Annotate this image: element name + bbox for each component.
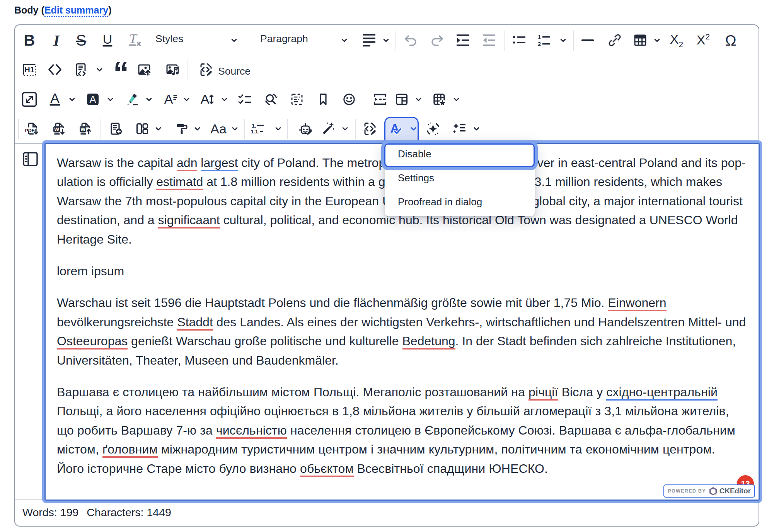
svg-text:H1: H1 [24, 65, 34, 74]
svg-text:2: 2 [538, 41, 541, 47]
svg-text:W: W [54, 126, 59, 132]
svg-text:1: 1 [538, 34, 541, 40]
svg-text:T: T [130, 32, 138, 46]
svg-text:A: A [50, 92, 60, 106]
svg-text:1.: 1. [252, 122, 257, 129]
svg-text:A: A [201, 92, 210, 106]
svg-text:A: A [89, 94, 96, 106]
svg-text:1.1.: 1.1. [251, 129, 259, 135]
svg-text:PDF: PDF [25, 128, 35, 133]
svg-text:W: W [80, 126, 85, 132]
svg-text:A: A [164, 92, 173, 106]
svg-text:U: U [103, 32, 113, 46]
